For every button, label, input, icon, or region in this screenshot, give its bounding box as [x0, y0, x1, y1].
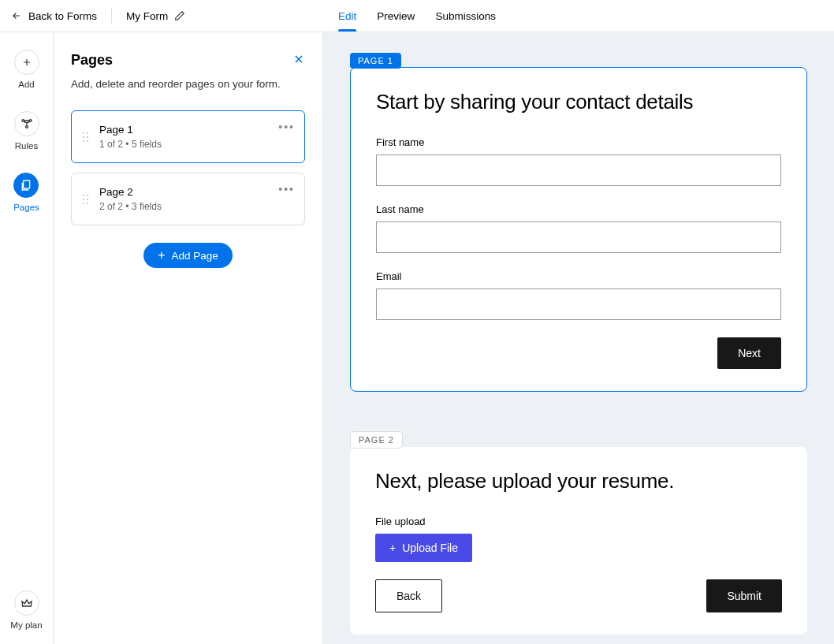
plus-icon: + — [158, 249, 165, 262]
back-label: Back to Forms — [28, 10, 97, 22]
header-divider — [111, 8, 112, 24]
drag-handle-icon[interactable] — [83, 195, 88, 204]
next-label: Next — [738, 347, 761, 359]
rail-myplan-label: My plan — [10, 620, 42, 630]
panel-subtitle: Add, delete and reorder pages on your fo… — [71, 78, 305, 90]
drag-handle-icon[interactable] — [83, 132, 88, 142]
tab-preview-label: Preview — [377, 10, 415, 22]
page-card-2[interactable]: Page 2 2 of 2 • 3 fields ••• — [71, 173, 305, 225]
plus-icon: + — [389, 542, 396, 554]
upload-file-button[interactable]: + Upload File — [375, 534, 472, 562]
close-icon — [292, 53, 305, 65]
arrow-left-icon — [11, 10, 22, 21]
pages-panel: Pages Add, delete and reorder pages on y… — [54, 32, 323, 644]
page-1-title: Start by sharing your contact details — [376, 90, 781, 114]
back-to-forms-link[interactable]: Back to Forms — [0, 10, 97, 22]
back-button[interactable]: Back — [375, 579, 442, 612]
rail-pages[interactable]: Pages — [13, 173, 39, 212]
file-upload-label: File upload — [375, 516, 782, 527]
left-rail: Add Rules Pages My plan — [0, 32, 54, 644]
tab-submissions[interactable]: Submissions — [435, 0, 496, 32]
first-name-input[interactable] — [376, 154, 781, 186]
first-name-label: First name — [376, 136, 781, 148]
form-page-2[interactable]: Next, please upload your resume. File up… — [350, 447, 807, 635]
email-input[interactable] — [376, 288, 781, 320]
form-name-text: My Form — [126, 10, 168, 22]
page-2-title: Next, please upload your resume. — [375, 469, 782, 493]
pencil-icon — [174, 10, 185, 21]
page-card-1-meta: 1 of 2 • 5 fields — [99, 139, 162, 150]
tab-edit[interactable]: Edit — [338, 0, 356, 32]
rail-pages-label: Pages — [13, 203, 39, 212]
svg-rect-3 — [24, 181, 30, 188]
plus-icon — [14, 50, 39, 75]
page-card-1[interactable]: Page 1 1 of 2 • 5 fields ••• — [71, 110, 305, 163]
upload-file-label: Upload File — [402, 542, 458, 554]
rules-icon — [14, 111, 39, 136]
page-card-2-menu[interactable]: ••• — [278, 183, 295, 195]
page-card-1-menu[interactable]: ••• — [278, 121, 295, 133]
rail-add-label: Add — [18, 80, 34, 89]
form-page-1[interactable]: Start by sharing your contact details Fi… — [350, 67, 807, 392]
top-header: Back to Forms My Form Edit Preview Submi… — [0, 0, 834, 32]
next-button[interactable]: Next — [717, 337, 781, 369]
form-canvas: PAGE 1 Start by sharing your contact det… — [323, 32, 834, 644]
pages-icon — [13, 173, 39, 198]
last-name-input[interactable] — [376, 221, 781, 253]
header-tabs: Edit Preview Submissions — [338, 0, 496, 32]
tab-preview[interactable]: Preview — [377, 0, 415, 32]
back-label: Back — [397, 590, 421, 602]
page-card-1-name: Page 1 — [99, 124, 162, 136]
rail-rules-label: Rules — [15, 141, 38, 151]
rail-rules[interactable]: Rules — [14, 111, 39, 151]
rail-myplan[interactable]: My plan — [0, 590, 53, 630]
last-name-label: Last name — [376, 203, 781, 215]
email-label: Email — [376, 270, 781, 282]
form-name[interactable]: My Form — [126, 10, 185, 22]
submit-label: Submit — [727, 590, 761, 602]
page-card-2-meta: 2 of 2 • 3 fields — [99, 201, 162, 212]
svg-point-2 — [25, 126, 28, 128]
page-1-badge: PAGE 1 — [350, 53, 401, 69]
page-2-badge: PAGE 2 — [350, 431, 403, 449]
page-card-2-name: Page 2 — [99, 186, 162, 198]
panel-title: Pages — [71, 52, 113, 69]
tab-submissions-label: Submissions — [435, 10, 496, 22]
tab-edit-label: Edit — [338, 10, 356, 22]
add-page-label: Add Page — [172, 250, 218, 262]
add-page-button[interactable]: + Add Page — [143, 243, 233, 268]
submit-button[interactable]: Submit — [706, 579, 782, 612]
rail-add[interactable]: Add — [14, 50, 39, 89]
crown-icon — [14, 590, 39, 616]
close-panel-button[interactable] — [292, 51, 305, 69]
